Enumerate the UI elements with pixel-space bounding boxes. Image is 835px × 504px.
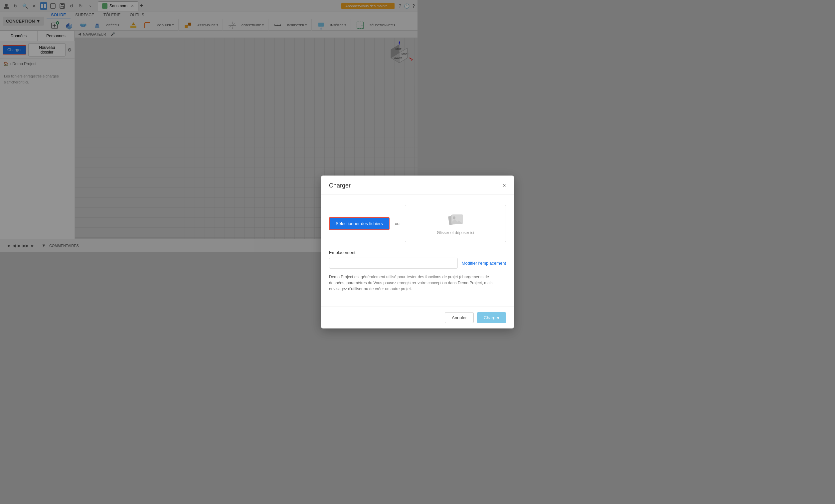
modal-title: Charger: [329, 182, 351, 189]
location-label: Emplacement:: [329, 250, 418, 252]
modal-overlay: Charger × Sélectionner des fichiers ou G…: [0, 0, 418, 252]
drop-zone[interactable]: Glisser et déposer ici: [405, 205, 418, 242]
select-files-button[interactable]: Sélectionner des fichiers: [329, 217, 390, 230]
modal-header: Charger ×: [321, 175, 418, 195]
charger-modal: Charger × Sélectionner des fichiers ou G…: [321, 175, 418, 252]
file-select-area: Sélectionner des fichiers ou Glisser et …: [329, 205, 418, 242]
ou-text: ou: [395, 221, 400, 226]
location-section: Emplacement: Modifier l'emplacement: [329, 250, 418, 252]
modal-body: Sélectionner des fichiers ou Glisser et …: [321, 195, 418, 252]
